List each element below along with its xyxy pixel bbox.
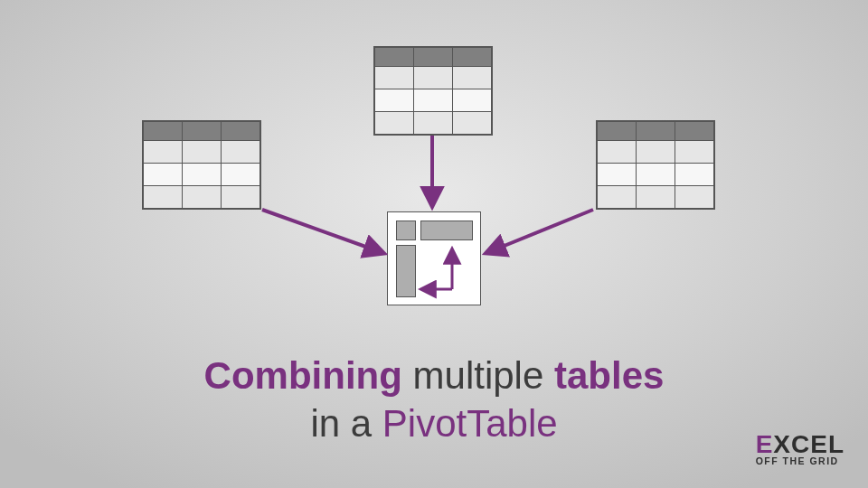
source-table-right xyxy=(597,121,714,209)
source-table-left xyxy=(143,121,260,209)
arrow-left-to-pivot xyxy=(262,210,383,253)
pivot-table-icon xyxy=(387,211,481,305)
headline-word-combining: Combining xyxy=(204,354,402,397)
pivot-block-rows xyxy=(396,245,416,297)
logo-e: E xyxy=(756,435,774,455)
arrow-right-to-pivot xyxy=(486,210,593,253)
pivot-block-corner xyxy=(396,221,416,240)
slide-canvas: Combining multiple tables in a PivotTabl… xyxy=(0,0,868,488)
headline-word-tables: tables xyxy=(554,354,664,397)
brand-logo: E XCEL OFF THE GRID xyxy=(756,435,844,465)
logo-xcel: XCEL xyxy=(773,435,844,455)
headline: Combining multiple tables in a PivotTabl… xyxy=(0,352,868,447)
headline-word-pivottable: PivotTable xyxy=(382,402,558,445)
headline-word-multiple: multiple xyxy=(413,354,544,397)
source-table-middle xyxy=(374,47,492,135)
headline-word-ina: in a xyxy=(310,402,372,445)
pivot-block-columns xyxy=(420,221,473,240)
logo-sub: OFF THE GRID xyxy=(756,457,844,465)
